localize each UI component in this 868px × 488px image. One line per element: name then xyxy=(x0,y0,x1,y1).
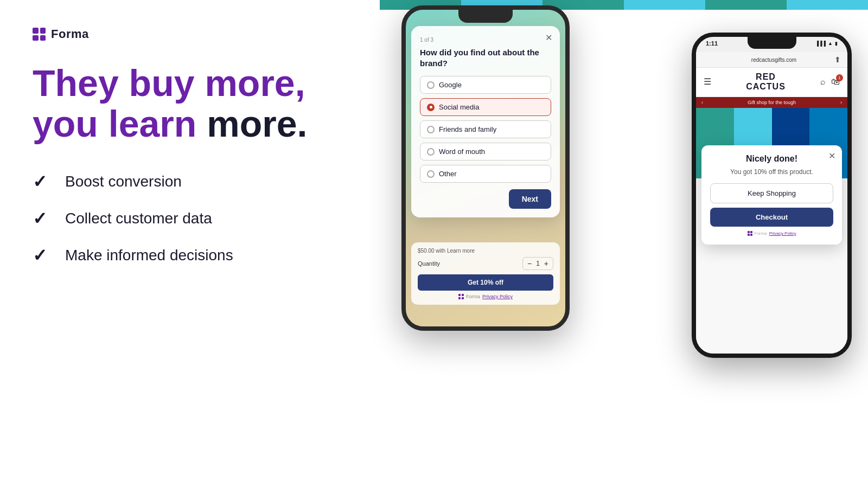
cart-count: 1 xyxy=(836,74,843,81)
radio-circle-friends xyxy=(427,126,435,133)
headline-line2-dark: more. xyxy=(207,103,307,144)
features-list: ✓ Boost conversion ✓ Collect customer da… xyxy=(33,171,347,266)
promo-arrow-right[interactable]: › xyxy=(840,100,842,105)
headline: They buy more, you learn more. xyxy=(33,63,347,144)
feature-label: Boost conversion xyxy=(65,173,182,190)
rc-logo: RED CACTUS xyxy=(746,72,786,91)
left-panel: Forma They buy more, you learn more. ✓ B… xyxy=(0,0,380,488)
survey-question: How did you find out about the brand? xyxy=(420,47,551,68)
option-google-label: Google xyxy=(439,81,462,89)
success-modal: ✕ Nicely done! You got 10% off this prod… xyxy=(701,145,842,245)
browser-url[interactable]: redcactusgifts.com xyxy=(713,57,834,63)
checkmark-icon: ✓ xyxy=(33,245,54,266)
checkout-button[interactable]: Checkout xyxy=(710,208,833,227)
success-privacy-link[interactable]: Privacy Policy xyxy=(769,231,796,236)
forma-logo-icon xyxy=(33,28,46,41)
next-button[interactable]: Next xyxy=(509,189,551,209)
headline-line1-purple: They buy more, xyxy=(33,62,305,104)
radio-circle-wom xyxy=(427,148,435,156)
phone-redcactus: 1:11 ▐▐▐ ▲ ▮ redcactusgifts.com ⬆ ☰ RED … xyxy=(692,33,852,358)
option-other-label: Other xyxy=(439,170,457,178)
menu-icon[interactable]: ☰ xyxy=(704,76,711,87)
powered-by-forma: Forma Privacy Policy xyxy=(418,294,553,299)
cart-badge[interactable]: 🛍 1 xyxy=(831,77,840,87)
rc-header-icons: ⌕ 🛍 1 xyxy=(820,77,840,87)
headline-line2-purple: you learn xyxy=(33,103,207,144)
forma-mini-logo xyxy=(458,294,464,299)
rc-website-header: ☰ RED CACTUS ⌕ 🛍 1 xyxy=(696,67,847,97)
feature-label: Make informed decisions xyxy=(65,247,233,264)
survey-modal: 1 of 3 ✕ How did you find out about the … xyxy=(411,26,560,217)
checkmark-icon: ✓ xyxy=(33,171,54,192)
option-social-label: Social media xyxy=(439,103,479,111)
success-title: Nicely done! xyxy=(710,154,833,164)
rc-website: ☰ RED CACTUS ⌕ 🛍 1 ‹ Gift shop for the t… xyxy=(696,67,847,354)
feature-collect-data: ✓ Collect customer data xyxy=(33,208,347,229)
wifi-icon: ▲ xyxy=(828,41,833,46)
qty-increase-button[interactable]: + xyxy=(544,259,548,268)
option-word-of-mouth[interactable]: Word of mouth xyxy=(420,143,551,160)
success-powered-by: Forma Privacy Policy xyxy=(710,231,833,236)
success-close-button[interactable]: ✕ xyxy=(828,151,835,161)
radio-circle-social xyxy=(427,104,435,111)
keep-shopping-button[interactable]: Keep Shopping xyxy=(710,183,833,203)
status-icons: ▐▐▐ ▲ ▮ xyxy=(815,41,838,46)
option-other[interactable]: Other xyxy=(420,165,551,183)
privacy-link[interactable]: Privacy Policy xyxy=(482,294,513,299)
radio-circle-other xyxy=(427,170,435,178)
signal-icon: ▐▐▐ xyxy=(815,41,826,46)
feature-label: Collect customer data xyxy=(65,210,212,227)
battery-icon: ▮ xyxy=(835,41,838,46)
feature-boost-conversion: ✓ Boost conversion xyxy=(33,171,347,192)
feature-informed-decisions: ✓ Make informed decisions xyxy=(33,245,347,266)
forma-success-logo xyxy=(748,231,752,236)
success-subtitle: You got 10% off this product. xyxy=(710,168,833,176)
modal-close-button[interactable]: ✕ xyxy=(545,33,552,43)
promo-text: Gift shop for the tough xyxy=(748,100,796,105)
option-friends-label: Friends and family xyxy=(439,125,496,133)
checkmark-icon: ✓ xyxy=(33,208,54,229)
status-time: 1:11 xyxy=(706,40,718,47)
phone-survey: 1 of 3 ✕ How did you find out about the … xyxy=(401,5,570,331)
option-friends-family[interactable]: Friends and family xyxy=(420,120,551,138)
logo-area: Forma xyxy=(33,27,347,41)
radio-circle-google xyxy=(427,81,435,89)
quantity-label: Quantity xyxy=(418,260,440,267)
option-social-media[interactable]: Social media xyxy=(420,98,551,116)
phone-notch xyxy=(458,10,513,23)
modal-progress: 1 of 3 xyxy=(420,37,551,43)
price-text: $50.00 with Learn more xyxy=(418,248,553,254)
quantity-row: Quantity − 1 + xyxy=(418,257,553,270)
phone-bottom-area: $50.00 with Learn more Quantity − 1 + Ge… xyxy=(411,242,560,305)
logo-text: Forma xyxy=(51,27,89,41)
promo-arrow-left[interactable]: ‹ xyxy=(701,100,703,105)
status-bar: 1:11 ▐▐▐ ▲ ▮ xyxy=(706,40,838,47)
qty-value: 1 xyxy=(536,260,540,267)
search-icon[interactable]: ⌕ xyxy=(820,77,826,87)
promo-bar: ‹ Gift shop for the tough › xyxy=(696,97,847,108)
qty-decrease-button[interactable]: − xyxy=(527,259,532,268)
get-discount-button[interactable]: Get 10% off xyxy=(418,274,553,291)
right-panel: 1 of 3 ✕ How did you find out about the … xyxy=(380,0,868,488)
quantity-controls: − 1 + xyxy=(522,257,553,270)
share-icon[interactable]: ⬆ xyxy=(834,55,841,64)
browser-bar: redcactusgifts.com ⬆ xyxy=(696,52,847,68)
option-wom-label: Word of mouth xyxy=(439,147,485,156)
option-google[interactable]: Google xyxy=(420,76,551,94)
